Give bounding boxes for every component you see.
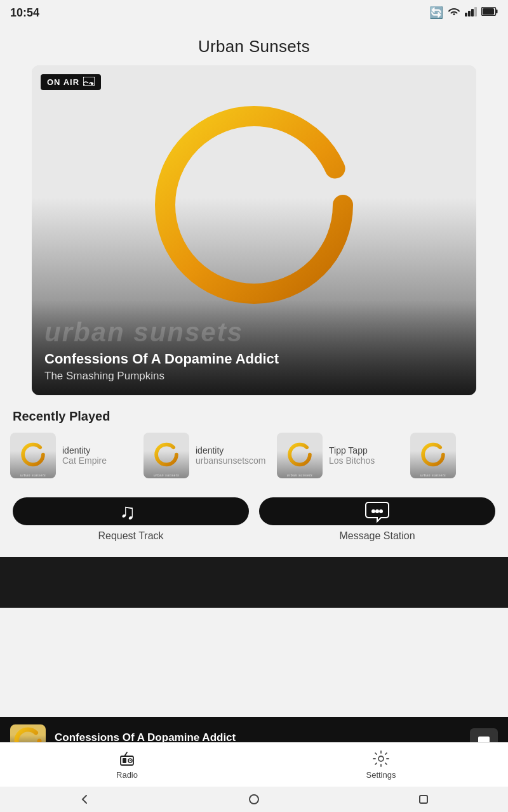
svg-point-25: [378, 756, 384, 761]
recent-info-1: identity Cat Empire: [62, 445, 107, 466]
list-item[interactable]: urban sunsets identity Cat Empire: [10, 433, 137, 478]
station-name-overlay: urban sunsets Confessions Of A Dopamine …: [32, 300, 476, 395]
small-ring-icon: [417, 439, 450, 472]
message-station-label: Message Station: [259, 525, 495, 542]
status-icons: 🔄: [429, 6, 498, 20]
request-track-wrapper: ♫ Request Track: [13, 497, 249, 542]
recently-played-title: Recently Played: [0, 395, 508, 433]
svg-rect-3: [474, 7, 477, 16]
svg-point-13: [423, 445, 443, 465]
status-time: 10:54: [10, 6, 39, 20]
svg-rect-5: [483, 8, 494, 15]
svg-point-11: [156, 445, 177, 465]
svg-point-9: [165, 116, 343, 294]
settings-icon: [372, 750, 390, 768]
recent-track: Tipp Tapp: [329, 445, 375, 455]
list-item[interactable]: urban sunsets identity urbansunsetscom: [144, 433, 271, 478]
request-track-button[interactable]: ♫: [13, 497, 249, 525]
recents-icon: [417, 793, 430, 806]
nav-item-radio[interactable]: Radio: [0, 743, 254, 787]
svg-point-15: [371, 509, 375, 513]
back-icon: [78, 793, 91, 806]
svg-point-23: [130, 760, 131, 761]
message-station-wrapper: Message Station: [259, 497, 495, 542]
on-air-badge: ON AIR: [41, 74, 101, 90]
action-buttons: ♫ Request Track Message Station: [0, 485, 508, 548]
recent-artist: Cat Empire: [62, 455, 107, 466]
home-icon: [248, 793, 260, 806]
back-button[interactable]: [72, 792, 97, 807]
bottom-nav: Radio Settings: [0, 742, 508, 787]
page-title: Urban Sunsets: [0, 25, 508, 65]
list-item[interactable]: urban sunsets Tipp Tapp Los Bitchos: [277, 433, 404, 478]
now-playing-title: Confessions Of A Dopamine Addict: [44, 351, 464, 367]
message-station-button[interactable]: [259, 497, 495, 525]
signal-icon: [465, 6, 478, 19]
recent-info-2: identity urbansunsetscom: [196, 445, 266, 466]
radio-icon: [118, 750, 136, 768]
recent-thumb-3: urban sunsets: [277, 433, 323, 478]
now-playing-artist: The Smashing Pumpkins: [44, 370, 464, 383]
station-card[interactable]: ON AIR urban sunsets: [32, 65, 476, 395]
battery-icon: [481, 7, 498, 18]
home-button[interactable]: [241, 792, 267, 807]
music-notes-icon: ♫: [117, 497, 145, 525]
nav-settings-label: Settings: [366, 770, 396, 780]
nav-radio-label: Radio: [116, 770, 138, 780]
small-ring-icon: [150, 439, 183, 472]
recently-played-list: urban sunsets identity Cat Empire: [0, 433, 508, 485]
system-nav-bar: [0, 787, 508, 812]
svg-text:♫: ♫: [119, 499, 136, 523]
svg-rect-2: [471, 9, 474, 16]
recently-played-section: Recently Played urban sunsets identity: [0, 395, 508, 485]
recent-track: identity: [62, 445, 107, 455]
recent-artist: Los Bitchos: [329, 455, 375, 466]
recents-button[interactable]: [411, 792, 436, 807]
svg-point-12: [290, 445, 310, 465]
svg-rect-0: [465, 13, 467, 16]
svg-rect-21: [123, 758, 126, 763]
svg-rect-6: [496, 10, 498, 13]
svg-line-24: [124, 752, 127, 756]
recent-thumb-2: urban sunsets: [144, 433, 189, 478]
request-track-label: Request Track: [13, 525, 249, 542]
small-ring-icon: [283, 439, 316, 472]
list-item[interactable]: urban sunsets: [410, 433, 461, 478]
svg-rect-27: [420, 796, 427, 803]
cast-icon: [83, 77, 95, 88]
recent-thumb-1: urban sunsets: [10, 433, 56, 478]
recent-track: identity: [196, 445, 266, 455]
status-bar: 10:54 🔄: [0, 0, 508, 25]
bottom-content-area: [0, 557, 508, 608]
small-ring-icon: [17, 439, 50, 472]
station-ring-logo: [146, 97, 362, 313]
svg-point-16: [375, 509, 379, 513]
recent-info-3: Tipp Tapp Los Bitchos: [329, 445, 375, 466]
svg-point-17: [379, 509, 383, 513]
nav-item-settings[interactable]: Settings: [254, 743, 508, 787]
recent-artist: urbansunsetscom: [196, 455, 266, 466]
on-air-label: ON AIR: [47, 77, 79, 87]
svg-point-10: [23, 445, 43, 465]
svg-rect-1: [468, 11, 471, 16]
chat-icon: [363, 497, 391, 525]
station-logo-area: urban sunsets Confessions Of A Dopamine …: [32, 65, 476, 395]
sync-icon: 🔄: [429, 6, 443, 20]
svg-point-26: [250, 795, 258, 804]
wifi-icon: [447, 6, 461, 19]
station-text-logo: urban sunsets: [44, 319, 464, 346]
recent-thumb-4: urban sunsets: [410, 433, 456, 478]
